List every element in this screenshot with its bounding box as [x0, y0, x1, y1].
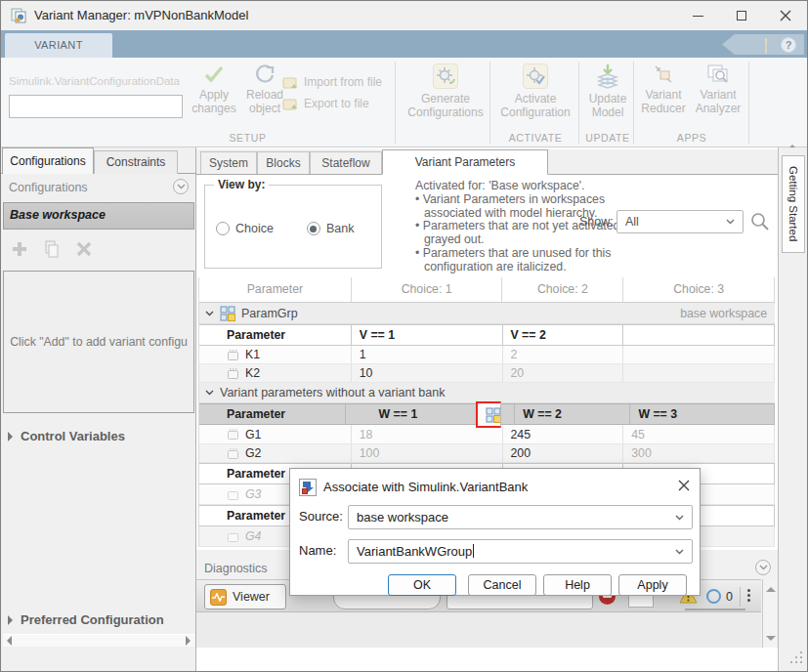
minimize-button[interactable] — [683, 1, 712, 30]
update-model-icon — [596, 63, 619, 89]
collapse-section-button[interactable] — [173, 179, 189, 194]
cancel-button[interactable]: Cancel — [468, 574, 536, 596]
configuration-toolbar — [7, 237, 97, 261]
resize-grip[interactable] — [790, 651, 804, 665]
name-combobox[interactable]: VariantBankWGroup — [348, 539, 693, 564]
control-variables-section[interactable]: Control Variables — [8, 429, 125, 443]
variant-analyzer-button[interactable]: Variant Analyzer — [691, 63, 745, 115]
group-row-paramgrp[interactable]: ParamGrp base workspace — [199, 303, 775, 324]
collapse-diagnostics-button[interactable] — [755, 560, 771, 575]
group-name: Variant parameters without a variant ban… — [220, 386, 445, 399]
radio-choice[interactable]: Choice — [216, 222, 274, 235]
window-title: Variant Manager: mVPNonBankModel — [34, 1, 248, 30]
reload-object-button[interactable]: Reload object — [241, 63, 288, 115]
tab-viewer[interactable]: Viewer — [204, 584, 286, 609]
export-to-file-button[interactable]: Export to file — [282, 97, 369, 110]
radio-bank[interactable]: Bank — [307, 222, 355, 235]
column-header[interactable]: Choice: 3 — [623, 277, 775, 302]
main-tabbar: System Blocks Stateflow Variant Paramete… — [196, 149, 778, 175]
associate-variant-bank-dialog: Associate with Simulink.VariantBank Sour… — [289, 468, 701, 596]
tab-stateflow[interactable]: Stateflow — [310, 151, 382, 174]
show-label: Show: — [579, 215, 614, 229]
help-banner — [722, 34, 804, 55]
help-icon[interactable] — [781, 37, 796, 53]
group-workspace: base workspace — [680, 307, 775, 320]
ok-button[interactable]: OK — [388, 574, 456, 596]
chevron-down-icon — [205, 390, 214, 396]
table-row-k2[interactable]: K2 10 20 — [199, 364, 775, 383]
view-by-options: Choice Bank — [216, 222, 354, 235]
info-bullet: Parameters that are unused for this conf… — [415, 247, 648, 274]
tab-blocks[interactable]: Blocks — [257, 151, 310, 174]
activate-configuration-button[interactable]: Activate Configuration — [493, 63, 577, 119]
preferred-configuration-section[interactable]: Preferred Configuration — [8, 612, 164, 627]
apply-button[interactable]: Apply — [618, 574, 687, 596]
info-count-icon[interactable] — [706, 589, 721, 604]
group-row-no-bank[interactable]: Variant parameters without a variant ban… — [199, 383, 775, 403]
variant-reducer-button[interactable]: Variant Reducer — [638, 63, 689, 115]
column-header[interactable]: Choice: 1 — [352, 277, 503, 302]
left-panel: Configurations Constraints Configuration… — [1, 147, 196, 672]
dialog-title: Associate with Simulink.VariantBank — [323, 480, 528, 494]
subheader-row[interactable]: Parameter V == 1 V == 2 — [199, 324, 775, 346]
parameter-icon — [227, 530, 239, 543]
section-update: UPDATE — [582, 132, 633, 144]
update-model-button[interactable]: Update Model — [582, 63, 633, 119]
close-icon — [677, 479, 691, 492]
chevron-down-icon — [205, 311, 214, 316]
table-row-g2[interactable]: G2 100 200 300 — [199, 444, 775, 463]
close-button[interactable] — [771, 1, 800, 30]
more-options-icon[interactable] — [747, 589, 750, 602]
associate-variant-bank-button[interactable] — [476, 401, 501, 428]
scroll-right-icon — [186, 636, 191, 646]
delete-configuration-button[interactable] — [71, 237, 97, 261]
variant-manager-window: Variant Manager: mVPNonBankModel VARIANT… — [0, 0, 808, 672]
maximize-button[interactable] — [727, 1, 756, 30]
parameter-icon — [227, 488, 239, 501]
horizontal-scrollbar[interactable] — [3, 634, 194, 647]
simulink-dialog-icon — [299, 479, 317, 499]
show-dropdown[interactable]: All — [617, 210, 744, 233]
config-class-label: Simulink.VariantConfigurationData — [9, 75, 180, 87]
tab-getting-started[interactable]: Getting Started — [782, 155, 805, 253]
copy-configuration-button[interactable] — [39, 237, 64, 261]
column-header[interactable]: Parameter — [199, 277, 352, 302]
search-icon[interactable] — [749, 211, 771, 232]
dialog-close-button[interactable] — [677, 479, 691, 495]
list-item-base-workspace[interactable]: Base workspace — [4, 203, 193, 229]
delete-icon — [76, 241, 92, 257]
generate-configurations-button[interactable]: Generate Configurations — [402, 63, 489, 119]
ribbon-separator — [578, 62, 579, 144]
source-dropdown[interactable]: base workspace — [348, 505, 693, 529]
chevron-down-icon — [726, 219, 735, 225]
apply-changes-button[interactable]: Apply changes — [191, 63, 237, 115]
help-button[interactable]: Help — [543, 574, 612, 596]
ribbon-separator — [489, 62, 490, 144]
diagnostics-title: Diagnostics — [204, 562, 268, 575]
table-row-g1[interactable]: G1 18 245 45 — [199, 425, 775, 444]
config-name-input[interactable] — [9, 95, 183, 118]
table-header-row: Parameter Choice: 1 Choice: 2 Choice: 3 — [199, 277, 775, 303]
lightbulb-icon[interactable] — [765, 39, 774, 50]
name-label: Name: — [299, 543, 336, 558]
variant-bank-icon — [486, 407, 500, 423]
tab-constraints[interactable]: Constraints — [94, 150, 178, 174]
toolstrip-tab-row — [1, 30, 807, 58]
collapse-ribbon-button[interactable] — [787, 131, 803, 143]
tab-system[interactable]: System — [200, 151, 257, 174]
table-row-k1[interactable]: K1 1 2 — [199, 346, 775, 364]
collapsed-arrow-icon — [8, 432, 13, 441]
tab-configurations[interactable]: Configurations — [2, 147, 94, 174]
tab-variant-parameters[interactable]: Variant Parameters — [382, 149, 548, 175]
tab-variant-manager[interactable]: VARIANT MANAGER — [5, 33, 112, 58]
parameter-icon — [227, 349, 239, 361]
column-header[interactable]: Choice: 2 — [502, 277, 623, 302]
import-from-file-button[interactable]: Import from file — [282, 75, 382, 89]
variant-reducer-icon — [653, 63, 674, 85]
subheader-row-selected[interactable]: Parameter W == 1 W == 2 W == 3 — [199, 403, 775, 425]
vertical-scrollbar[interactable] — [762, 579, 777, 648]
parameter-icon — [227, 447, 239, 460]
app-icon — [11, 8, 27, 27]
radio-icon — [216, 222, 230, 235]
add-configuration-button[interactable] — [7, 237, 32, 261]
